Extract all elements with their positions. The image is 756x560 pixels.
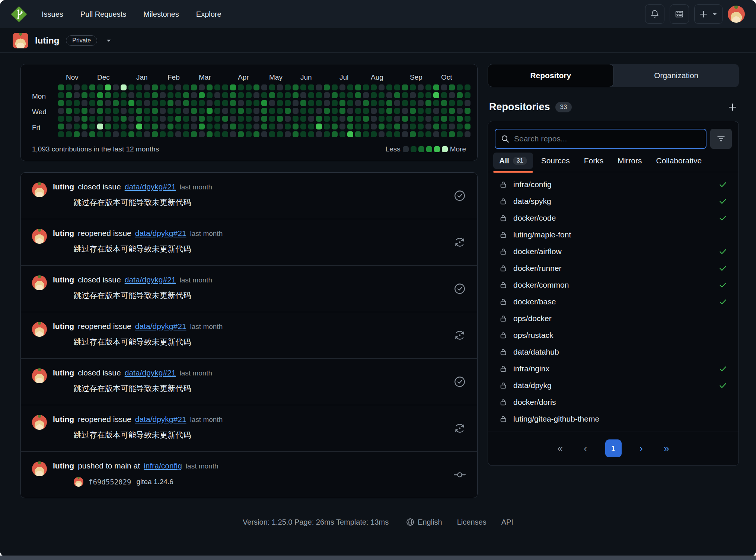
activity-avatar[interactable] — [32, 182, 47, 197]
repo-row[interactable]: docker/doris — [495, 394, 732, 410]
issue-closed-icon — [453, 282, 466, 295]
panel-tab[interactable]: Repository — [488, 64, 614, 87]
repo-row[interactable]: data/spykg — [495, 193, 732, 209]
heatmap-cell — [183, 131, 189, 137]
issue-reopened-icon — [453, 329, 466, 342]
heatmap-cell — [386, 131, 392, 137]
profile-dropdown-icon[interactable] — [105, 37, 112, 44]
check-icon — [718, 264, 727, 273]
heatmap-cell — [300, 116, 306, 122]
admin-panel-button[interactable] — [670, 4, 689, 24]
heatmap-cell — [371, 131, 377, 137]
repo-filter-tab[interactable]: All 31 — [499, 156, 527, 172]
heatmap-cell — [222, 108, 228, 114]
repo-row[interactable]: infra/nginx — [495, 360, 732, 377]
repo-row[interactable]: data/dpykg — [495, 377, 732, 394]
activity-repo-link[interactable]: data/dpykg#21 — [125, 368, 176, 377]
activity-user[interactable]: luting — [53, 461, 74, 470]
new-repository-button[interactable] — [728, 102, 737, 112]
commit-sha[interactable]: f69d552029 — [89, 478, 131, 486]
footer-link[interactable]: API — [501, 518, 513, 527]
heatmap-cell — [308, 131, 314, 137]
page-button[interactable]: « — [555, 443, 566, 454]
nav-link[interactable]: Explore — [196, 10, 221, 19]
activity-repo-link[interactable]: data/dpykg#21 — [125, 275, 176, 284]
nav-link[interactable]: Pull Requests — [80, 10, 126, 19]
repo-filter-button[interactable] — [710, 129, 732, 149]
page-button[interactable]: 1 — [605, 439, 622, 457]
activity-user[interactable]: luting — [53, 322, 74, 331]
activity-repo-link[interactable]: infra/config — [144, 461, 182, 470]
heatmap-cell — [386, 124, 392, 129]
repo-row[interactable]: data/datahub — [495, 343, 732, 360]
heatmap-cell — [58, 100, 64, 106]
heatmap-month: Sep — [410, 73, 422, 81]
heatmap-cell — [238, 108, 244, 114]
heatmap-month-labels: NovDecJanFebMarAprMayJunJulAugSepOct — [32, 73, 466, 83]
activity-avatar[interactable] — [32, 461, 47, 476]
repo-row[interactable]: infra/config — [495, 176, 732, 193]
repo-row[interactable]: docker/common — [495, 276, 732, 293]
heatmap-cell — [121, 108, 127, 114]
heatmap-cell — [308, 108, 314, 114]
gitea-logo-icon[interactable] — [11, 6, 27, 22]
heatmap-cell — [199, 92, 205, 98]
notifications-button[interactable] — [645, 4, 664, 24]
repo-row[interactable]: docker/airflow — [495, 243, 732, 260]
profile-avatar[interactable] — [13, 33, 28, 48]
nav-link[interactable]: Issues — [42, 10, 63, 19]
repo-name: ops/docker — [513, 314, 552, 323]
repo-filter-tab[interactable]: Mirrors — [618, 156, 642, 172]
activity-avatar[interactable] — [32, 415, 47, 430]
heatmap-cell — [238, 131, 244, 137]
heatmap-cell — [394, 124, 400, 129]
activity-avatar[interactable] — [32, 229, 47, 244]
activity-user[interactable]: luting — [53, 182, 74, 191]
activity-user[interactable]: luting — [53, 368, 74, 377]
page-button[interactable]: » — [661, 443, 672, 454]
repo-row[interactable]: docker/runner — [495, 260, 732, 276]
activity-repo-link[interactable]: data/dpykg#21 — [135, 322, 186, 331]
repo-filter-tab[interactable]: Collaborative — [656, 156, 702, 172]
page-button[interactable]: ‹ — [580, 443, 591, 454]
heatmap-cell — [207, 84, 213, 90]
repo-filter-tab[interactable]: Forks — [584, 156, 604, 172]
repo-row[interactable]: luting/gitea-github-theme — [495, 410, 732, 427]
repo-row[interactable]: ops/docker — [495, 310, 732, 327]
activity-avatar[interactable] — [32, 322, 47, 337]
activity-avatar[interactable] — [32, 275, 47, 290]
user-avatar[interactable] — [728, 6, 745, 23]
repo-filter-tab[interactable]: Sources — [541, 156, 570, 172]
activity-repo-link[interactable]: data/dpykg#21 — [125, 182, 176, 191]
heatmap-cell — [316, 100, 322, 106]
language-selector[interactable]: English — [406, 518, 442, 527]
create-new-button[interactable] — [694, 4, 722, 24]
heatmap-cell — [465, 131, 470, 137]
heatmap-cell — [136, 116, 142, 122]
check-icon — [718, 364, 727, 373]
commit-author-avatar — [74, 477, 83, 487]
page-button[interactable]: › — [636, 443, 647, 454]
repo-row[interactable]: docker/code — [495, 209, 732, 226]
heatmap-cell — [371, 116, 377, 122]
activity-user[interactable]: luting — [53, 229, 74, 238]
activity-action: pushed to main at — [78, 461, 140, 470]
repo-row[interactable]: luting/maple-font — [495, 226, 732, 243]
heatmap-cell — [191, 131, 197, 137]
nav-link[interactable]: Milestones — [143, 10, 179, 19]
panel-tab[interactable]: Organization — [614, 64, 739, 87]
activity-user[interactable]: luting — [53, 415, 74, 424]
repo-search-input[interactable] — [514, 134, 701, 143]
activity-avatar[interactable] — [32, 368, 47, 383]
activity-repo-link[interactable]: data/dpykg#21 — [135, 229, 186, 238]
repositories-count-badge: 33 — [555, 102, 572, 112]
heatmap-cell — [175, 131, 181, 137]
repo-row[interactable]: docker/base — [495, 293, 732, 310]
heatmap-cell — [97, 124, 103, 129]
heatmap-cell — [222, 84, 228, 90]
activity-repo-link[interactable]: data/dpykg#21 — [135, 415, 186, 424]
repo-row[interactable]: ops/rustack — [495, 327, 732, 343]
heatmap-cell — [97, 131, 103, 137]
activity-user[interactable]: luting — [53, 275, 74, 284]
footer-link[interactable]: Licenses — [457, 518, 487, 527]
